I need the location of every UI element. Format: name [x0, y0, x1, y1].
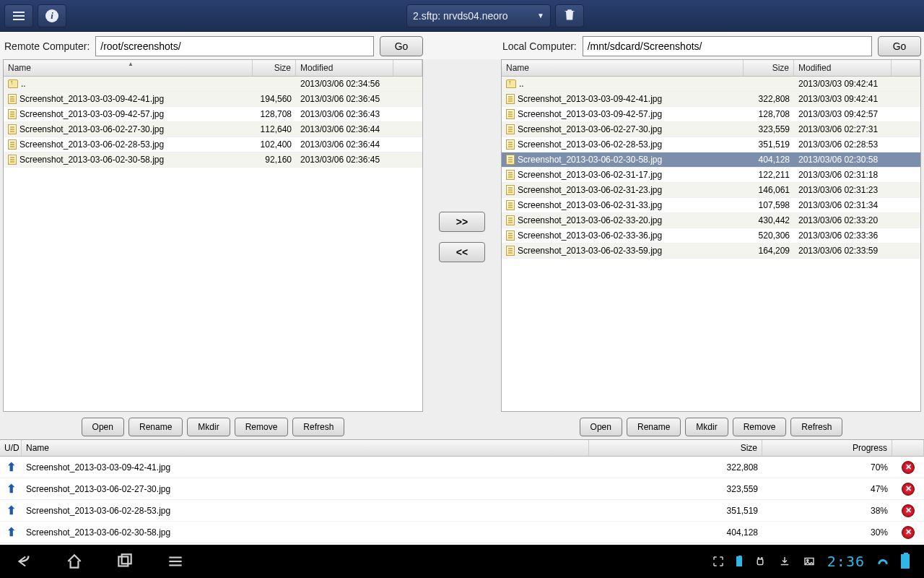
file-row[interactable]: Screenshot_2013-03-03-09-42-41.jpg 322,8… — [502, 92, 920, 107]
col-size[interactable]: Size — [253, 60, 296, 76]
col-name[interactable]: Name — [22, 440, 589, 456]
connection-dropdown[interactable]: 2.sftp: nrvds04.neoro ▼ — [406, 4, 551, 27]
parent-dir-row[interactable]: .. 2013/03/03 09:42:41 — [502, 77, 920, 92]
svg-rect-0 — [118, 557, 128, 566]
local-go-button[interactable]: Go — [878, 36, 921, 56]
file-row[interactable]: Screenshot_2013-03-06-02-31-17.jpg 122,2… — [502, 168, 920, 183]
file-size: 430,442 — [744, 215, 794, 225]
col-progress[interactable]: Progress — [762, 440, 892, 456]
file-row[interactable]: Screenshot_2013-03-06-02-28-53.jpg 102,4… — [4, 137, 422, 152]
cancel-button[interactable]: ✕ — [902, 461, 915, 474]
file-name: Screenshot_2013-03-06-02-33-36.jpg — [518, 230, 662, 241]
remote-path-row: Remote Computer: Go — [0, 32, 426, 59]
menu-button[interactable] — [166, 552, 185, 571]
parent-dir-row[interactable]: .. 2013/03/06 02:34:56 — [4, 77, 422, 92]
file-name: Screenshot_2013-03-06-02-28-53.jpg — [19, 139, 164, 150]
remote-go-button[interactable]: Go — [380, 36, 423, 56]
file-name: Screenshot_2013-03-06-02-28-53.jpg — [518, 139, 662, 150]
file-size: 520,306 — [744, 230, 794, 241]
mkdir-button[interactable]: Mkdir — [187, 418, 230, 436]
file-size: 107,598 — [744, 200, 794, 210]
queue-row[interactable]: ⬆ Screenshot_2013-03-03-09-42-41.jpg 322… — [0, 457, 924, 478]
col-size[interactable]: Size — [744, 60, 794, 76]
battery-icon — [901, 554, 910, 569]
download-icon — [778, 555, 791, 568]
file-row[interactable]: Screenshot_2013-03-03-09-42-57.jpg 128,7… — [4, 107, 422, 122]
delete-button[interactable] — [555, 4, 584, 27]
info-button[interactable]: i — [38, 4, 66, 27]
gallery-icon — [803, 555, 816, 568]
file-row[interactable]: Screenshot_2013-03-06-02-28-53.jpg 351,5… — [502, 137, 920, 152]
file-row[interactable]: Screenshot_2013-03-06-02-30-58.jpg 404,1… — [502, 152, 920, 168]
file-modified: 2013/03/06 02:36:44 — [296, 124, 393, 134]
cancel-button[interactable]: ✕ — [902, 504, 915, 517]
col-modified[interactable]: Modified — [296, 60, 393, 76]
local-label: Local Computer: — [501, 40, 577, 52]
home-button[interactable] — [65, 552, 84, 571]
file-row[interactable]: Screenshot_2013-03-06-02-27-30.jpg 112,6… — [4, 122, 422, 137]
file-row[interactable]: Screenshot_2013-03-03-09-42-57.jpg 128,7… — [502, 107, 920, 122]
cancel-button[interactable]: ✕ — [902, 526, 915, 539]
file-row[interactable]: Screenshot_2013-03-06-02-27-30.jpg 323,5… — [502, 122, 920, 137]
file-size: 102,400 — [253, 139, 296, 150]
file-row[interactable]: Screenshot_2013-03-03-09-42-41.jpg 194,5… — [4, 92, 422, 107]
col-name[interactable]: Name▲ — [4, 60, 253, 76]
file-row[interactable]: Screenshot_2013-03-06-02-31-23.jpg 146,0… — [502, 183, 920, 198]
open-button[interactable]: Open — [82, 418, 124, 436]
file-modified: 2013/03/06 02:33:20 — [794, 215, 892, 225]
rename-button[interactable]: Rename — [627, 418, 681, 436]
file-modified: 2013/03/03 09:42:41 — [794, 94, 892, 104]
queue-file-name: Screenshot_2013-03-06-02-27-30.jpg — [22, 484, 589, 494]
transfer-controls: >> << — [426, 59, 498, 415]
file-modified: 2013/03/06 02:31:34 — [794, 200, 892, 210]
file-icon — [506, 139, 515, 150]
col-modified[interactable]: Modified — [794, 60, 892, 76]
file-row[interactable]: Screenshot_2013-03-06-02-30-58.jpg 92,16… — [4, 152, 422, 168]
menu-button[interactable] — [4, 4, 33, 27]
back-button[interactable] — [14, 552, 33, 571]
remove-button[interactable]: Remove — [733, 418, 787, 436]
file-icon — [506, 246, 515, 256]
remote-panel: Name▲ Size Modified .. 2013/03/06 02:34:… — [0, 59, 426, 415]
rename-button[interactable]: Rename — [128, 418, 183, 436]
remove-button[interactable]: Remove — [235, 418, 289, 436]
info-icon: i — [45, 9, 58, 22]
folder-up-icon — [506, 79, 516, 88]
file-icon — [506, 185, 515, 195]
local-file-list[interactable]: .. 2013/03/03 09:42:41 Screenshot_2013-0… — [502, 77, 920, 411]
local-path-input[interactable] — [583, 36, 872, 56]
clock: 2:36 — [827, 553, 865, 570]
file-icon — [506, 94, 515, 104]
file-row[interactable]: Screenshot_2013-03-06-02-33-36.jpg 520,3… — [502, 228, 920, 243]
queue-file-name: Screenshot_2013-03-03-09-42-41.jpg — [22, 462, 589, 473]
file-size: 323,559 — [744, 124, 794, 134]
file-modified: 2013/03/06 02:28:53 — [794, 139, 892, 150]
file-icon — [8, 124, 17, 134]
file-modified: 2013/03/06 02:36:44 — [296, 139, 393, 150]
file-size: 404,128 — [744, 155, 794, 165]
file-row[interactable]: Screenshot_2013-03-06-02-33-20.jpg 430,4… — [502, 213, 920, 228]
file-name: Screenshot_2013-03-06-02-33-20.jpg — [518, 215, 662, 225]
transfer-to-remote-button[interactable]: << — [439, 242, 485, 262]
file-row[interactable]: Screenshot_2013-03-06-02-31-33.jpg 107,5… — [502, 198, 920, 213]
file-name: Screenshot_2013-03-06-02-30-58.jpg — [518, 155, 662, 165]
open-button[interactable]: Open — [580, 418, 622, 436]
mkdir-button[interactable]: Mkdir — [685, 418, 728, 436]
queue-row[interactable]: ⬆ Screenshot_2013-03-06-02-28-53.jpg 351… — [0, 500, 924, 522]
queue-row[interactable]: ⬆ Screenshot_2013-03-06-02-30-58.jpg 404… — [0, 522, 924, 543]
col-name[interactable]: Name — [502, 60, 744, 76]
cancel-button[interactable]: ✕ — [902, 483, 915, 496]
file-modified: 2013/03/06 02:27:31 — [794, 124, 892, 134]
recent-apps-button[interactable] — [116, 552, 134, 571]
file-row[interactable]: Screenshot_2013-03-06-02-33-59.jpg 164,2… — [502, 243, 920, 259]
refresh-button[interactable]: Refresh — [292, 418, 344, 436]
remote-path-input[interactable] — [95, 36, 374, 56]
svg-point-9 — [806, 559, 808, 561]
refresh-button[interactable]: Refresh — [790, 418, 842, 436]
queue-row[interactable]: ⬆ Screenshot_2013-03-06-02-27-30.jpg 323… — [0, 478, 924, 500]
transfer-to-local-button[interactable]: >> — [439, 212, 485, 232]
file-name: Screenshot_2013-03-06-02-27-30.jpg — [518, 124, 662, 134]
col-ud[interactable]: U/D — [0, 440, 22, 456]
col-size[interactable]: Size — [589, 440, 762, 456]
remote-file-list[interactable]: .. 2013/03/06 02:34:56 Screenshot_2013-0… — [4, 77, 422, 411]
